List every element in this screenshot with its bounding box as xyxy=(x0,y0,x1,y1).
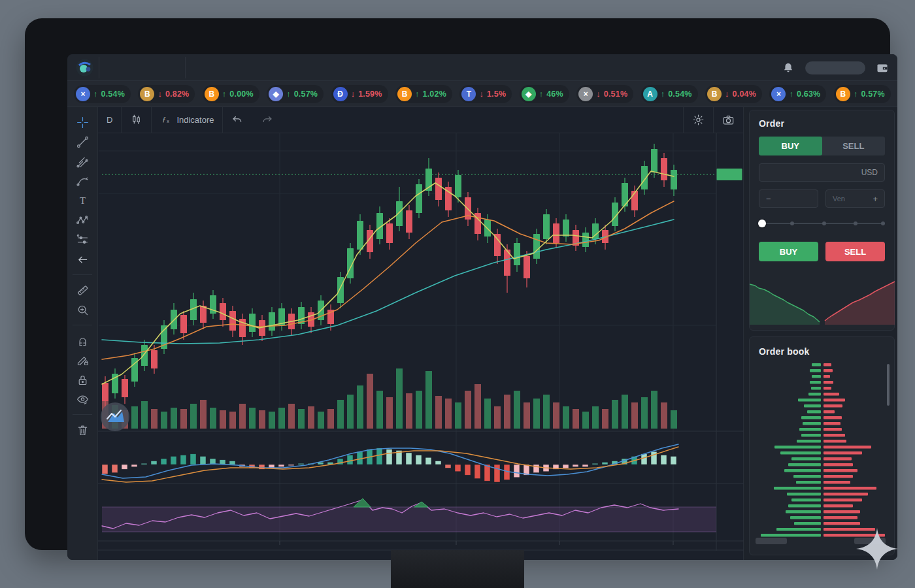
hide-panel-icon[interactable] xyxy=(73,250,92,269)
slider-dot[interactable] xyxy=(854,221,857,225)
change-percent: 1.5% xyxy=(487,90,506,99)
tab-sell[interactable]: SELL xyxy=(822,137,886,155)
undo-button[interactable] xyxy=(223,107,252,133)
brush-curve-icon[interactable] xyxy=(73,171,92,191)
change-percent: 0.82% xyxy=(165,90,189,99)
text-tool-icon[interactable]: T xyxy=(73,191,92,210)
order-card: Order BUY SELL USD − Ven + xyxy=(749,110,895,331)
slider-thumb[interactable] xyxy=(758,220,766,227)
ticker-item-xmr[interactable]: ×↓0.51% xyxy=(576,85,633,103)
zoom-in-icon[interactable] xyxy=(73,300,92,319)
change-percent: 0.54% xyxy=(101,90,125,99)
settings-gear-icon[interactable] xyxy=(684,107,713,133)
snapshot-camera-icon[interactable] xyxy=(714,107,743,133)
quantity-stepper[interactable]: Ven + xyxy=(825,189,885,208)
toolbar-divider xyxy=(73,274,92,275)
chart-area: D ƒx Indicatore xyxy=(98,107,744,560)
notifications-bell-icon[interactable] xyxy=(782,61,795,74)
remove-drawings-icon[interactable] xyxy=(73,420,92,440)
trend-line-icon[interactable] xyxy=(73,132,92,152)
ticker-item-dash[interactable]: Đ↓1.59% xyxy=(331,85,388,103)
ticker-tape: ×↑0.54%B↓0.82%B↑0.00%◆↑0.57%Đ↓1.59%B↑1.0… xyxy=(67,81,897,107)
order-book-card: Order book xyxy=(749,336,895,555)
decrement-stepper[interactable]: − xyxy=(759,189,818,208)
chart-style-button[interactable] xyxy=(122,107,151,133)
chart-watermark-logo xyxy=(101,402,129,431)
btc-coin-icon: B xyxy=(205,87,219,101)
tab-buy[interactable]: BUY xyxy=(759,137,822,155)
change-percent: 0.57% xyxy=(861,90,884,99)
wallet-icon[interactable] xyxy=(876,61,889,74)
change-direction-icon: ↑ xyxy=(93,89,98,99)
ticker-item-xrp[interactable]: ×↑0.63% xyxy=(769,85,826,103)
change-direction-icon: ↑ xyxy=(415,89,420,99)
change-percent: 0.00% xyxy=(229,90,253,99)
change-direction-icon: ↓ xyxy=(479,89,484,99)
ticker-item-eth[interactable]: ◆↑46% xyxy=(520,85,569,103)
change-direction-icon: ↓ xyxy=(158,89,162,99)
stepper-label: Ven xyxy=(833,195,845,203)
search-input[interactable] xyxy=(805,61,865,74)
ticker-item-usdt[interactable]: T↓1.5% xyxy=(459,85,512,103)
change-direction-icon: ↑ xyxy=(854,89,858,99)
magnet-mode-icon[interactable] xyxy=(73,331,92,350)
ticker-item-btc[interactable]: B↓0.82% xyxy=(138,85,195,103)
btc-coin-icon: B xyxy=(140,87,154,101)
change-percent: 0.51% xyxy=(604,90,627,99)
macd-pane xyxy=(102,444,678,482)
amount-slider[interactable] xyxy=(759,220,885,227)
pitchfork-icon[interactable] xyxy=(73,152,92,171)
hide-drawings-icon[interactable] xyxy=(73,389,92,409)
main-content: T D ƒx Indicatore xyxy=(67,107,897,560)
sell-button[interactable]: SELL xyxy=(825,242,885,261)
ticker-item-btc[interactable]: B↑0.57% xyxy=(834,85,891,103)
btc-coin-icon: B xyxy=(397,87,412,101)
long-short-position-icon[interactable] xyxy=(73,230,92,250)
order-book-scrollbar[interactable] xyxy=(887,364,890,406)
ticker-item-btc[interactable]: B↑1.02% xyxy=(395,85,452,103)
svg-text:ƒ: ƒ xyxy=(163,114,167,122)
volume-bars xyxy=(102,368,677,429)
change-direction-icon: ↑ xyxy=(661,89,665,99)
lock-all-icon[interactable] xyxy=(73,370,92,389)
change-direction-icon: ↑ xyxy=(539,89,544,99)
change-percent: 0.04% xyxy=(733,90,756,99)
drawing-tools-sidebar: T xyxy=(67,107,98,560)
currency-label: USD xyxy=(861,168,878,177)
ticker-item-btc[interactable]: B↓0.04% xyxy=(705,85,762,103)
btc-coin-icon: B xyxy=(707,87,722,101)
app-logo-icon[interactable] xyxy=(76,59,93,76)
measure-icon[interactable] xyxy=(73,280,92,300)
change-direction-icon: ↑ xyxy=(222,89,227,99)
xabcd-pattern-icon[interactable] xyxy=(73,210,92,230)
ticker-item-btc[interactable]: B↑0.00% xyxy=(203,85,259,103)
ticker-item-xrp[interactable]: ×↑0.54% xyxy=(74,85,131,103)
price-chart[interactable] xyxy=(98,133,744,551)
buy-button[interactable]: BUY xyxy=(759,242,818,261)
btc-coin-icon: B xyxy=(836,87,850,101)
svg-text:T: T xyxy=(79,195,85,206)
topbar-divider xyxy=(99,57,99,78)
redo-button[interactable] xyxy=(252,107,282,133)
order-book-footer-left[interactable] xyxy=(756,538,787,544)
market-depth-chart xyxy=(750,278,895,325)
change-percent: 46% xyxy=(546,90,563,99)
slider-dot[interactable] xyxy=(822,221,826,225)
crosshair-icon[interactable] xyxy=(73,112,92,132)
app-topbar xyxy=(67,54,897,81)
candles-layer xyxy=(102,144,677,410)
candlestick-icon xyxy=(130,113,142,127)
amount-input[interactable]: USD xyxy=(759,163,885,182)
indicators-button[interactable]: ƒx Indicatore xyxy=(152,107,222,133)
change-direction-icon: ↑ xyxy=(286,89,291,99)
sparkle-watermark-icon xyxy=(856,528,898,570)
slider-dot[interactable] xyxy=(790,221,794,225)
change-direction-icon: ↑ xyxy=(789,89,793,99)
ticker-item-eth[interactable]: ◆↑0.57% xyxy=(267,85,324,103)
ticker-item-ada[interactable]: A↑0.54% xyxy=(641,85,698,103)
chart-toolbar: D ƒx Indicatore xyxy=(98,107,743,133)
drawing-lock-icon[interactable] xyxy=(73,350,92,370)
dash-coin-icon: Đ xyxy=(333,87,348,101)
slider-dot[interactable] xyxy=(881,221,885,225)
timeframe-button[interactable]: D xyxy=(98,107,121,133)
